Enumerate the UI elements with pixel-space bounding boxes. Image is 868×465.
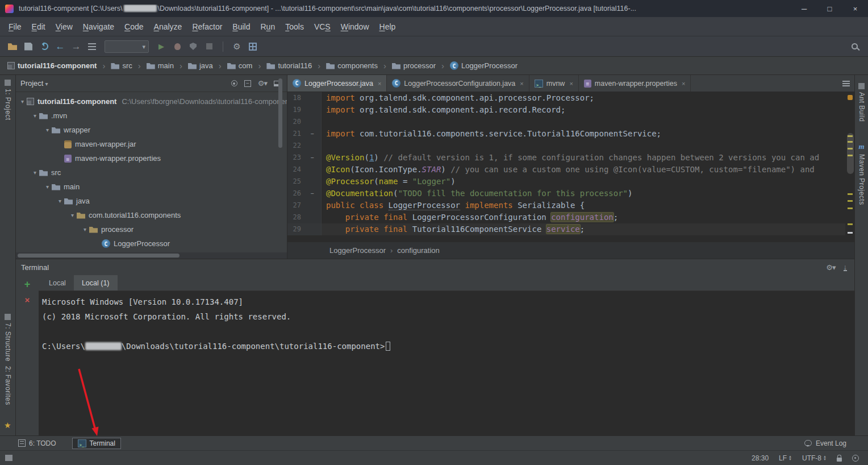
editor-tab-loggerprocessorconfiguration-java[interactable]: LoggerProcessorConfiguration.java× [387,75,529,92]
coverage-icon[interactable] [185,39,201,54]
project-structure-icon[interactable] [245,39,261,54]
breadcrumb-class[interactable]: LoggerProcessor [329,246,386,255]
menu-window[interactable]: Window [336,20,374,34]
gear-icon[interactable] [826,263,835,272]
warning-stripe-mark[interactable] [848,223,853,225]
menu-tools[interactable]: Tools [280,20,309,34]
menu-build[interactable]: Build [227,20,255,34]
tree-item-java[interactable]: ▾java [16,194,287,208]
close-tab-icon[interactable]: × [520,80,523,87]
tree-item-processor[interactable]: ▾processor [16,222,287,236]
hide-terminal-icon[interactable] [844,264,848,271]
tool-button-ant-build[interactable]: Ant Build [855,83,868,122]
fold-marker-icon[interactable] [303,188,322,200]
tree-item-src[interactable]: ▾src [16,165,287,180]
tree-item-mvn[interactable]: ▾.mvn [16,109,287,123]
debug-icon[interactable] [169,39,185,54]
breadcrumb-member[interactable]: configuration [397,246,439,255]
tree-item-com-tutorial116-components[interactable]: ▾com.tutorial116.components [16,208,287,222]
forward-icon[interactable] [68,39,84,54]
menu-view[interactable]: View [51,20,78,34]
menu-vcs[interactable]: VCS [309,20,336,34]
menu-refactor[interactable]: Refactor [187,20,227,34]
search-everywhere-icon[interactable] [848,39,863,54]
fold-marker-icon[interactable] [303,128,322,140]
project-tree-vscrollbar[interactable] [278,78,282,148]
lock-icon[interactable] [837,458,842,462]
editor-scrollbar[interactable] [847,133,854,174]
gear-icon[interactable] [258,79,267,88]
inspection-status-icon[interactable] [848,95,853,100]
breadcrumb-src[interactable]: src [109,61,133,70]
menu-navigate[interactable]: Navigate [78,20,119,34]
terminal-console[interactable]: Microsoft Windows [Version 10.0.17134.40… [39,291,854,435]
expand-arrow-icon[interactable]: ▾ [56,198,64,204]
run-configurations-icon[interactable] [84,39,100,54]
tool-button-favorites[interactable]: 2: Favorites [0,366,15,405]
code-editor[interactable]: 18import org.talend.sdk.component.api.pr… [287,92,854,242]
todo-button[interactable]: 6: TODO [15,439,60,447]
terminal-tab-local-1[interactable]: Local (1) [74,275,118,290]
menu-help[interactable]: Help [374,20,401,34]
editor-tab-maven-wrapper-properties[interactable]: maven-wrapper.properties× [579,75,691,92]
expand-arrow-icon[interactable]: ▾ [31,113,39,119]
settings-icon[interactable] [229,39,245,54]
expand-arrow-icon[interactable]: ▾ [43,127,52,133]
hidden-tabs-list-icon[interactable] [842,81,850,86]
locate-file-icon[interactable] [231,80,237,86]
inspections-hector-icon[interactable] [852,455,859,462]
back-icon[interactable] [52,39,68,54]
maximize-button[interactable]: □ [817,0,842,17]
minimize-button[interactable]: ─ [791,0,817,17]
breadcrumb-com[interactable]: com [226,61,254,70]
menu-edit[interactable]: Edit [27,20,51,34]
expand-arrow-icon[interactable]: ▾ [43,184,52,190]
warning-stripe-mark[interactable] [848,193,853,195]
stop-icon[interactable] [201,39,217,54]
menu-analyze[interactable]: Analyze [149,20,187,34]
chevron-down-icon[interactable] [45,79,48,88]
project-tree-hscrollbar[interactable] [18,254,180,258]
tree-item-tutorial116-component[interactable]: ▾tutorial116-componentC:\Users\fborgne\D… [16,94,287,109]
close-session-icon[interactable]: × [25,296,30,304]
editor-tab-mvnw[interactable]: mvnw× [529,75,579,92]
breadcrumb-tutorial116-component[interactable]: tutorial116-component [6,61,98,70]
encoding-widget[interactable]: UTF-8▲▼ [802,454,827,462]
tree-item-wrapper[interactable]: ▾wrapper [16,123,287,137]
menu-code[interactable]: Code [119,20,148,34]
tree-item-maven-wrapper-jar[interactable]: maven-wrapper.jar [16,137,287,151]
open-icon[interactable] [5,39,20,54]
tool-button-maven-projects[interactable]: Maven Projects [855,142,868,205]
menu-file[interactable]: File [3,20,27,34]
save-all-icon[interactable] [20,39,36,54]
expand-arrow-icon[interactable]: ▾ [68,212,77,218]
caret-position-widget[interactable]: 28:30 [752,454,769,462]
expand-arrow-icon[interactable]: ▾ [81,226,89,232]
breadcrumb-main[interactable]: main [145,61,176,70]
tree-item-maven-wrapper-properties[interactable]: maven-wrapper.properties [16,151,287,165]
tree-item-loggerprocessor[interactable]: LoggerProcessor [16,236,287,251]
line-separator-widget[interactable]: LF▲▼ [779,454,792,462]
new-session-icon[interactable]: + [24,280,31,289]
event-log-button[interactable]: Event Log [804,439,846,447]
caret-stripe-mark[interactable] [848,232,853,234]
close-button[interactable]: × [842,0,868,17]
project-panel-title[interactable]: Project [20,79,43,88]
collapse-all-icon[interactable] [244,80,251,87]
breadcrumb-components[interactable]: components [324,61,379,70]
run-configuration-combo[interactable] [105,40,149,53]
favorites-star-icon[interactable]: ★ [4,421,11,430]
tree-item-main[interactable]: ▾main [16,180,287,194]
menu-run[interactable]: Run [255,20,280,34]
breadcrumb-loggerprocessor[interactable]: LoggerProcessor [448,61,519,70]
run-icon[interactable] [153,39,169,54]
fold-marker-icon[interactable] [303,152,322,164]
tool-button-structure[interactable]: 7: Structure [0,314,15,362]
expand-arrow-icon[interactable]: ▾ [18,98,27,105]
close-tab-icon[interactable]: × [378,80,381,87]
breadcrumb-java[interactable]: java [186,61,215,70]
editor-tab-loggerprocessor-java[interactable]: LoggerProcessor.java× [287,75,387,92]
tool-button-project[interactable]: 1: Project [0,80,15,121]
terminal-button[interactable]: Terminal [72,438,121,449]
close-tab-icon[interactable]: × [682,80,685,87]
